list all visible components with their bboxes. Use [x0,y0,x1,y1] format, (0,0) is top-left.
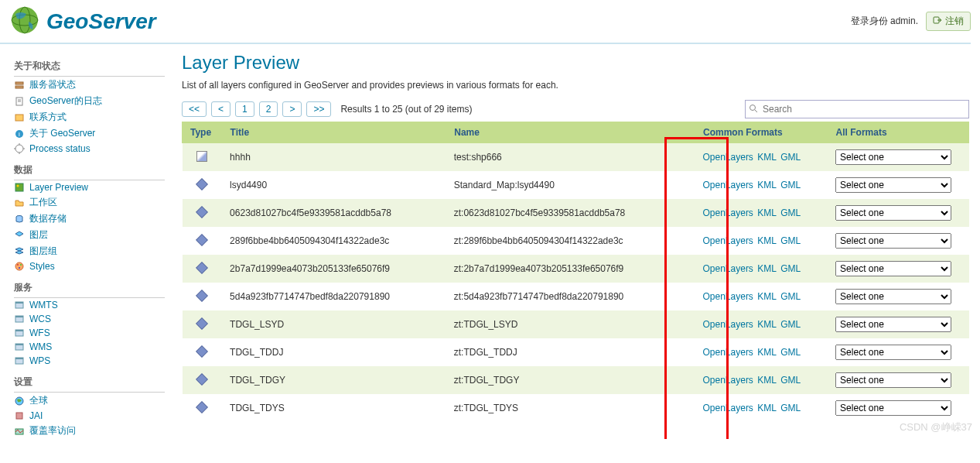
format-link-kml[interactable]: KML [757,347,777,358]
format-link-gml[interactable]: GML [780,403,801,413]
format-link-ol[interactable]: OpenLayers [703,347,753,358]
format-link-gml[interactable]: GML [780,347,801,358]
name-cell: Standard_Map:lsyd4490 [446,171,695,199]
sidebar-item[interactable]: JAI [14,409,174,423]
pager-page-1[interactable]: 1 [235,101,254,117]
format-link-kml[interactable]: KML [757,235,777,246]
pager-prev[interactable]: < [211,101,230,117]
sidebar-item[interactable]: i关于 GeoServer [14,125,174,142]
sidebar-link[interactable]: WPS [29,355,50,366]
format-link-kml[interactable]: KML [757,207,777,218]
format-link-gml[interactable]: GML [780,319,801,330]
sidebar-link[interactable]: 图层 [29,228,48,242]
allformats-cell: Select one [828,143,968,172]
format-link-gml[interactable]: GML [780,235,801,246]
svg-point-0 [12,7,38,33]
sidebar-item[interactable]: 服务器状态 [14,77,174,93]
format-select[interactable]: Select one [835,261,951,276]
format-select[interactable]: Select one [835,177,951,193]
sidebar-item[interactable]: 联系方式 [14,109,174,125]
format-link-ol[interactable]: OpenLayers [703,375,753,386]
format-select[interactable]: Select one [835,400,951,416]
sidebar-link[interactable]: WFS [29,328,50,338]
logout-button[interactable]: 注销 [926,12,971,31]
pager-last[interactable]: >> [306,101,331,117]
format-link-kml[interactable]: KML [757,180,777,190]
format-link-gml[interactable]: GML [780,291,801,302]
sidebar-link[interactable]: 全球 [29,394,48,407]
format-link-gml[interactable]: GML [780,180,801,190]
sidebar-link[interactable]: GeoServer的日志 [29,94,102,108]
sidebar-item[interactable]: WMTS [14,298,174,312]
format-link-ol[interactable]: OpenLayers [703,291,753,302]
format-link-gml[interactable]: GML [780,207,801,218]
format-link-kml[interactable]: KML [757,375,777,386]
col-all[interactable]: All Formats [828,122,968,143]
pager-next[interactable]: > [282,101,302,117]
logo[interactable]: GeoServer [9,5,156,38]
sidebar-section-title: 服务 [14,276,165,298]
format-link-kml[interactable]: KML [757,319,777,330]
format-select[interactable]: Select one [835,345,951,360]
sidebar-link[interactable]: 联系方式 [29,111,67,124]
format-link-ol[interactable]: OpenLayers [703,319,753,330]
sidebar-item[interactable]: 图层组 [14,243,174,259]
search-input[interactable] [761,102,965,116]
format-link-kml[interactable]: KML [757,291,777,302]
format-select[interactable]: Select one [835,149,951,165]
col-name[interactable]: Name [446,122,695,143]
col-type[interactable]: Type [183,122,223,143]
format-link-gml[interactable]: GML [780,263,801,274]
format-link-ol[interactable]: OpenLayers [703,180,753,190]
sidebar-item[interactable]: 图层 [14,227,174,243]
sidebar-item[interactable]: 覆盖率访问 [14,423,174,439]
sidebar-link[interactable]: 关于 GeoServer [29,127,95,140]
format-link-ol[interactable]: OpenLayers [703,403,753,413]
sidebar-link[interactable]: JAI [29,410,43,421]
format-select[interactable]: Select one [835,233,951,249]
format-link-gml[interactable]: GML [780,375,801,386]
format-link-gml[interactable]: GML [780,152,801,163]
pager-page-2[interactable]: 2 [259,101,278,117]
sidebar-item[interactable]: WFS [14,326,174,340]
format-select[interactable]: Select one [835,317,951,332]
sidebar-item[interactable]: WMS [14,340,174,354]
col-common[interactable]: Common Formats [695,122,828,143]
format-link-ol[interactable]: OpenLayers [703,263,753,274]
sidebar-link[interactable]: Layer Preview [29,182,88,193]
sidebar-link[interactable]: WCS [29,314,51,324]
polygon-icon [196,178,208,190]
type-cell [183,310,223,338]
sidebar-link[interactable]: Process status [29,143,90,154]
sidebar-item[interactable]: WPS [14,354,174,368]
format-select[interactable]: Select one [835,372,951,388]
pager-first[interactable]: << [182,101,207,117]
sidebar-link[interactable]: 覆盖率访问 [29,424,76,437]
sidebar-link[interactable]: WMTS [29,300,58,310]
sidebar-link[interactable]: WMS [29,341,52,352]
sidebar-link[interactable]: 图层组 [29,245,57,258]
format-select[interactable]: Select one [835,205,951,221]
sidebar-item[interactable]: WCS [14,312,174,326]
sidebar-link[interactable]: 工作区 [29,196,57,209]
format-select[interactable]: Select one [835,289,951,304]
sidebar-item[interactable]: 数据存储 [14,211,174,227]
format-link-kml[interactable]: KML [757,263,777,274]
sidebar-link[interactable]: 数据存储 [29,212,67,225]
search-box[interactable] [745,100,969,118]
format-link-ol[interactable]: OpenLayers [703,207,753,218]
sidebar-item[interactable]: Layer Preview [14,180,174,194]
format-link-ol[interactable]: OpenLayers [703,235,753,246]
format-link-kml[interactable]: KML [757,403,777,413]
format-link-ol[interactable]: OpenLayers [703,152,753,163]
table-row: TDGL_LSYDzt:TDGL_LSYDOpenLayers KML GML … [183,310,969,338]
sidebar-item[interactable]: 工作区 [14,194,174,211]
sidebar-link[interactable]: 服务器状态 [29,78,76,91]
col-title[interactable]: Title [222,122,446,143]
sidebar-item[interactable]: Styles [14,259,174,273]
sidebar-item[interactable]: Process status [14,142,174,156]
format-link-kml[interactable]: KML [757,152,777,163]
sidebar-item[interactable]: 全球 [14,393,174,409]
sidebar-item[interactable]: GeoServer的日志 [14,93,174,109]
sidebar-link[interactable]: Styles [29,261,55,272]
